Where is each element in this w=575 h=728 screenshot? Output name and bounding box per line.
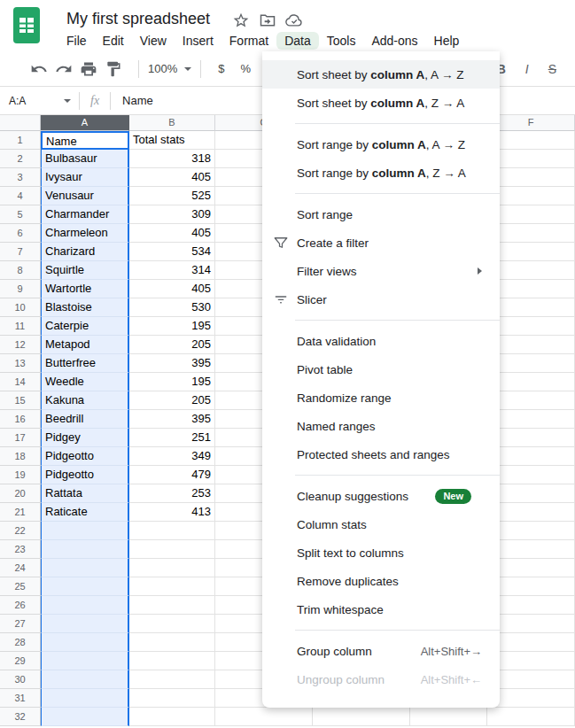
sheets-logo-icon[interactable]: [12, 6, 41, 44]
cell-F18[interactable]: [487, 447, 575, 466]
row-header-14[interactable]: 14: [0, 373, 41, 391]
row-header-1[interactable]: 1: [0, 131, 41, 150]
menu-item-randomize-range[interactable]: Randomize range: [262, 383, 500, 412]
redo-icon[interactable]: [55, 60, 73, 78]
menubar-item-add-ons[interactable]: Add-ons: [363, 32, 425, 50]
cell-B3[interactable]: 405: [129, 168, 215, 187]
cell-B12[interactable]: 205: [129, 336, 215, 354]
cell-A14[interactable]: Weedle: [41, 373, 129, 391]
cell-A18[interactable]: Pidgeotto: [41, 447, 129, 466]
cell-A13[interactable]: Butterfree: [41, 354, 129, 373]
cell-F5[interactable]: [487, 205, 575, 224]
cell-F14[interactable]: [487, 373, 575, 391]
cell-F32[interactable]: [487, 708, 575, 726]
row-header-28[interactable]: 28: [0, 633, 41, 652]
menu-item-sort-range[interactable]: Sort range: [262, 200, 500, 228]
cell-B29[interactable]: [129, 652, 215, 670]
cell-F19[interactable]: [487, 466, 575, 484]
row-header-19[interactable]: 19: [0, 466, 41, 484]
cell-B23[interactable]: [129, 540, 215, 559]
cell-B18[interactable]: 349: [129, 447, 215, 466]
star-icon[interactable]: [232, 12, 250, 29]
name-box-caret-icon[interactable]: [64, 99, 71, 103]
cell-B10[interactable]: 530: [129, 298, 215, 317]
cell-A31[interactable]: [41, 689, 129, 708]
cell-A32[interactable]: [41, 708, 129, 726]
cell-A28[interactable]: [41, 633, 129, 652]
cell-F13[interactable]: [487, 354, 575, 373]
menubar-item-file[interactable]: File: [58, 32, 95, 50]
row-header-10[interactable]: 10: [0, 298, 41, 317]
cell-F22[interactable]: [487, 522, 575, 540]
cell-F17[interactable]: [487, 429, 575, 447]
cell-B30[interactable]: [129, 670, 215, 689]
cell-F29[interactable]: [487, 652, 575, 670]
cell-F31[interactable]: [487, 689, 575, 708]
row-header-12[interactable]: 12: [0, 336, 41, 354]
cell-B14[interactable]: 195: [129, 373, 215, 391]
cell-F8[interactable]: [487, 261, 575, 280]
menu-item-data-validation[interactable]: Data validation: [262, 327, 500, 355]
cell-B5[interactable]: 309: [129, 205, 215, 224]
cell-F20[interactable]: [487, 484, 575, 503]
cell-B1[interactable]: Total stats: [129, 131, 215, 150]
cell-A4[interactable]: Venusaur: [41, 187, 129, 205]
column-header-b[interactable]: B: [129, 115, 215, 131]
row-header-13[interactable]: 13: [0, 354, 41, 373]
row-header-11[interactable]: 11: [0, 317, 41, 336]
menu-item-split-text-to-columns[interactable]: Split text to columns: [262, 538, 500, 567]
cell-F12[interactable]: [487, 336, 575, 354]
cell-A6[interactable]: Charmeleon: [41, 224, 129, 243]
row-header-5[interactable]: 5: [0, 205, 41, 224]
cell-B27[interactable]: [129, 615, 215, 633]
menu-item-cleanup-suggestions[interactable]: Cleanup suggestionsNew: [262, 482, 500, 510]
cell-A9[interactable]: Wartortle: [41, 280, 129, 298]
menu-item-filter-views[interactable]: Filter views: [262, 257, 500, 285]
menu-item-slicer[interactable]: Slicer: [262, 285, 500, 314]
format-percent-button[interactable]: %: [240, 62, 251, 75]
cell-F7[interactable]: [487, 243, 575, 261]
menubar-item-edit[interactable]: Edit: [95, 32, 132, 50]
cell-E32[interactable]: [410, 708, 487, 726]
row-header-4[interactable]: 4: [0, 187, 41, 205]
menu-item-protected-sheets-and-ranges[interactable]: Protected sheets and ranges: [262, 440, 500, 469]
cell-A30[interactable]: [41, 670, 129, 689]
document-title[interactable]: My first spreadsheet: [66, 10, 210, 28]
row-header-3[interactable]: 3: [0, 168, 41, 187]
row-header-25[interactable]: 25: [0, 577, 41, 596]
menubar-item-tools[interactable]: Tools: [319, 32, 364, 50]
row-header-32[interactable]: 32: [0, 708, 41, 726]
menubar-item-insert[interactable]: Insert: [175, 32, 221, 50]
undo-icon[interactable]: [30, 60, 48, 78]
cell-B28[interactable]: [129, 633, 215, 652]
menu-item-sort-sheet-by-column-a-a-z[interactable]: Sort sheet by column A, A → Z: [262, 60, 500, 89]
cell-D32[interactable]: [313, 708, 410, 726]
cell-A12[interactable]: Metapod: [41, 336, 129, 354]
cell-F15[interactable]: [487, 391, 575, 410]
cell-F24[interactable]: [487, 559, 575, 577]
cell-A7[interactable]: Charizard: [41, 243, 129, 261]
row-header-21[interactable]: 21: [0, 503, 41, 522]
cell-B19[interactable]: 479: [129, 466, 215, 484]
cloud-saved-icon[interactable]: [285, 12, 303, 29]
italic-button[interactable]: I: [525, 62, 529, 76]
cell-F2[interactable]: [487, 150, 575, 168]
cell-B8[interactable]: 314: [129, 261, 215, 280]
move-folder-icon[interactable]: [259, 12, 276, 29]
paint-format-icon[interactable]: [105, 60, 122, 78]
cell-F4[interactable]: [487, 187, 575, 205]
row-header-15[interactable]: 15: [0, 391, 41, 410]
cell-A20[interactable]: Rattata: [41, 484, 129, 503]
menu-item-create-a-filter[interactable]: Create a filter: [262, 228, 500, 257]
menu-item-sort-range-by-column-a-z-a[interactable]: Sort range by column A, Z → A: [262, 159, 500, 187]
cell-A25[interactable]: [41, 577, 129, 596]
cell-F3[interactable]: [487, 168, 575, 187]
cell-A21[interactable]: Raticate: [41, 503, 129, 522]
row-header-16[interactable]: 16: [0, 410, 41, 429]
menu-item-pivot-table[interactable]: Pivot table: [262, 355, 500, 383]
menu-item-column-stats[interactable]: Column stats: [262, 510, 500, 538]
cell-B7[interactable]: 534: [129, 243, 215, 261]
cell-A1[interactable]: Name: [41, 131, 129, 150]
cell-F28[interactable]: [487, 633, 575, 652]
cell-A22[interactable]: [41, 522, 129, 540]
